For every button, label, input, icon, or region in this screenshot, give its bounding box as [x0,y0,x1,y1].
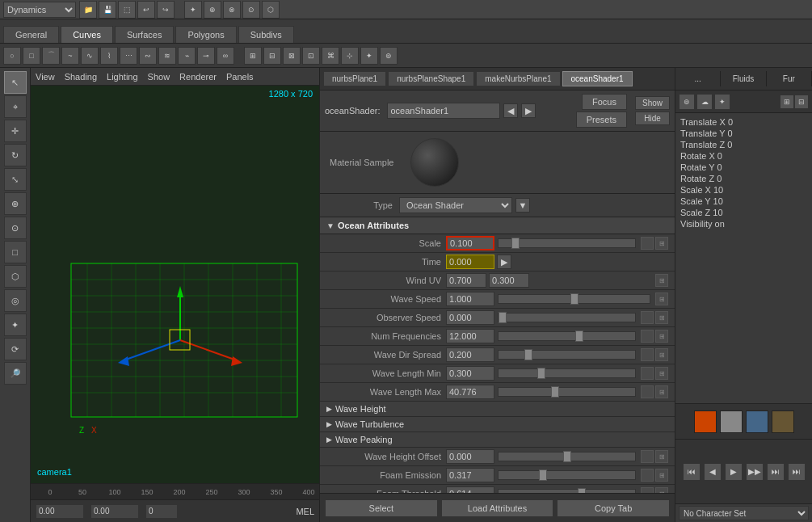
char-set-select[interactable]: No Character Set [679,506,809,520]
curve-tool-11[interactable]: ⊸ [197,47,215,65]
viewport-menu-shading[interactable]: Shading [65,72,97,82]
scale-slider[interactable] [498,238,636,248]
foam-threshold-connector[interactable] [641,487,654,493]
tool-6[interactable]: ⊕ [4,192,27,215]
next-frame-button[interactable]: ▶▶ [746,463,764,481]
wave-dir-grid[interactable]: ⊞ [655,348,668,361]
tool-10[interactable]: ◎ [4,289,27,312]
move-tool[interactable]: ✛ [4,120,27,142]
prev-frame-button[interactable]: ◀ [704,463,722,481]
color-swatch-4[interactable] [772,410,794,433]
tool-11[interactable]: ✦ [4,314,27,336]
foam-emission-input[interactable] [446,468,494,482]
far-right-tab-3[interactable]: Fur [767,71,812,86]
far-right-icon-3[interactable]: ✦ [714,94,730,110]
scale-input[interactable] [446,236,494,250]
wave-speed-input[interactable] [446,292,494,306]
toolbar-icon-6[interactable]: ✦ [184,1,202,19]
wave-len-min-connector[interactable] [641,367,654,380]
curve-tool-4[interactable]: ~ [61,47,79,65]
curve-tool-9[interactable]: ≋ [158,47,176,65]
node-tab-2[interactable]: makeNurbsPlane1 [476,71,560,86]
wind-uv-input1[interactable] [446,273,486,288]
wave-len-max-input[interactable] [446,385,494,399]
observer-connector[interactable] [641,311,654,324]
tab-surfaces[interactable]: Surfaces [115,26,174,43]
wave-dir-input[interactable] [446,347,494,362]
select-tool[interactable]: ↖ [4,71,27,94]
toolbar-icon-9[interactable]: ⊙ [242,1,260,19]
wave-dir-connector[interactable] [641,348,654,361]
hide-button[interactable]: Hide [635,112,670,125]
play-button[interactable]: ▶ [725,463,743,481]
viewport-menu-panels[interactable]: Panels [226,72,254,82]
wave-len-min-grid[interactable]: ⊞ [655,367,668,380]
color-swatch-2[interactable] [720,410,743,433]
far-right-icon-5[interactable]: ⊟ [794,95,809,109]
far-right-tab-2[interactable]: Fluids [721,71,766,86]
curve-tool-15[interactable]: ⊠ [283,47,301,65]
foam-emission-slider[interactable] [498,470,636,480]
type-select[interactable]: Ocean Shader [399,197,512,213]
wave-len-max-grid[interactable]: ⊞ [655,385,668,398]
toolbar-icon-4[interactable]: ↩ [137,1,155,19]
scale-tool[interactable]: ⤡ [4,168,27,191]
curve-tool-7[interactable]: ⋯ [120,47,137,65]
curve-tool-10[interactable]: ⌁ [178,47,196,65]
toolbar-icon-5[interactable]: ↪ [157,1,175,19]
wave-height-header[interactable]: ▶ Wave Height [320,402,675,417]
forward-button[interactable]: ⏭ [767,463,785,481]
node-tab-1[interactable]: nurbsPlaneShape1 [388,71,474,86]
viewport-menu-show[interactable]: Show [148,72,170,82]
tab-general[interactable]: General [3,26,59,43]
toolbar-icon-2[interactable]: 💾 [99,1,116,19]
foam-emission-grid[interactable]: ⊞ [655,469,668,482]
time-input[interactable] [446,255,494,269]
dynamics-dropdown[interactable]: Dynamics [3,2,76,18]
curve-tool-14[interactable]: ⊟ [263,47,281,65]
num-freq-grid[interactable]: ⊞ [655,330,668,343]
curve-tool-8[interactable]: ∾ [139,47,157,65]
node-tab-3[interactable]: oceanShader1 [562,71,633,86]
toolbar-icon-10[interactable]: ⬡ [262,1,280,19]
wave-height-offset-slider[interactable] [498,452,636,461]
show-button[interactable]: Show [635,96,670,110]
shader-arrow-right[interactable]: ▶ [521,103,536,118]
far-right-icon-2[interactable]: ☁ [696,94,713,110]
curve-tool-12[interactable]: ∞ [217,47,234,65]
shader-arrow-left[interactable]: ◀ [503,103,518,118]
wave-dir-slider[interactable] [498,350,636,360]
scale-connector[interactable] [641,237,654,250]
num-freq-connector[interactable] [641,330,654,343]
tool-13[interactable]: 🔎 [4,362,27,385]
tab-curves[interactable]: Curves [61,26,113,43]
tab-polygons[interactable]: Polygons [175,26,236,43]
node-tab-0[interactable]: nurbsPlane1 [323,71,386,86]
foam-threshold-input[interactable] [446,486,494,493]
num-freq-input[interactable] [446,329,494,343]
tab-subdivs[interactable]: Subdivs [238,26,294,43]
far-right-icon-4[interactable]: ⊞ [780,95,794,109]
curve-tool-5[interactable]: ∿ [81,47,99,65]
viewport-menu-view[interactable]: View [36,72,55,82]
presets-button[interactable]: Presets [576,112,627,128]
curve-tool-1[interactable]: ○ [3,47,21,65]
color-swatch-1[interactable] [694,410,717,433]
time-arrow[interactable]: ▶ [497,255,511,269]
status-field-1[interactable] [36,504,84,519]
wave-len-min-input[interactable] [446,366,494,381]
curve-tool-3[interactable]: ⌒ [42,47,60,65]
toolbar-icon-7[interactable]: ⊕ [204,1,221,19]
wave-height-offset-input[interactable] [446,449,494,464]
shader-name-input[interactable] [387,103,500,119]
curve-tool-16[interactable]: ⊡ [302,47,320,65]
status-field-2[interactable] [90,504,139,519]
wave-height-offset-connector[interactable] [641,450,654,463]
curve-tool-17[interactable]: ⌘ [322,47,339,65]
rotate-tool[interactable]: ↻ [4,144,27,166]
tool-9[interactable]: ⬡ [4,265,27,288]
wave-peaking-header[interactable]: ▶ Wave Peaking [320,432,675,448]
color-swatch-3[interactable] [746,410,768,433]
toolbar-icon-1[interactable]: 📁 [79,1,97,19]
rewind-button[interactable]: ⏮ [683,463,701,481]
